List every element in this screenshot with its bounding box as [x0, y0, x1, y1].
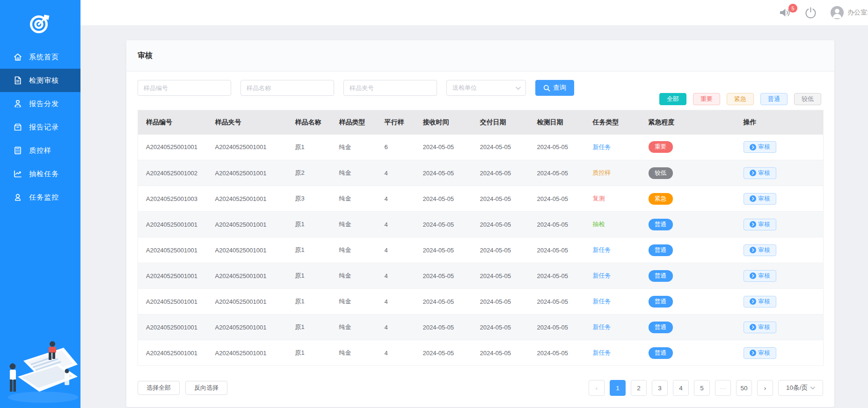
filter-chip-普通[interactable]: 普通 [760, 93, 788, 105]
review-button[interactable]: 审核 [744, 347, 776, 359]
review-button[interactable]: 审核 [744, 193, 776, 205]
cell-delivery-date: 2024-05-05 [472, 289, 529, 315]
calculator-icon [13, 146, 22, 155]
arrow-circle-icon [750, 324, 756, 330]
cell-urgency: 普通 [641, 289, 736, 315]
urgency-badge: 重要 [649, 141, 673, 153]
table-row[interactable]: A20240525001001A20240525001001原1纯金42024-… [138, 289, 824, 315]
pagination-page-1[interactable]: 1 [610, 380, 626, 396]
filter-chip-较低[interactable]: 较低 [794, 93, 821, 105]
cell-sample-no: A20240525001002 [138, 160, 207, 186]
home-icon [13, 52, 22, 62]
filter-chip-全部[interactable]: 全部 [659, 93, 686, 105]
task-type-label: 新任务 [593, 349, 611, 356]
chevron-down-icon [516, 86, 521, 90]
logout-power-button[interactable] [804, 7, 817, 19]
cell-sample-name: 原1 [287, 340, 331, 366]
review-button-label: 审核 [759, 221, 770, 229]
pagination-ellipsis[interactable]: ··· [715, 380, 731, 396]
cell-sample-name: 原1 [287, 289, 331, 315]
sample-no-input[interactable] [138, 80, 231, 96]
cell-sample-no: A20240525001001 [138, 340, 207, 366]
search-button[interactable]: 查询 [535, 80, 574, 96]
unit-select[interactable]: 送检单位 [446, 80, 526, 96]
invert-select-button[interactable]: 反向选择 [185, 381, 227, 395]
sidebar-item-系统首页[interactable]: 系统首页 [0, 45, 80, 69]
pagination-page-4[interactable]: 4 [673, 380, 689, 396]
cell-action: 审核 [736, 289, 824, 315]
cell-sample-no: A20240525001001 [138, 263, 207, 289]
folder-no-input[interactable] [343, 80, 437, 96]
pagination-page-3[interactable]: 3 [652, 380, 668, 396]
cell-sample-name: 原1 [287, 237, 331, 263]
cell-sample-no: A20240525001003 [138, 186, 207, 212]
table-row[interactable]: A20240525001001A20240525001001原1纯金42024-… [138, 212, 824, 237]
review-button[interactable]: 审核 [744, 219, 776, 230]
urgency-badge: 普通 [649, 270, 673, 282]
table-row[interactable]: A20240525001001A20240525001001原1纯金62024-… [138, 135, 824, 160]
topbar: 5 办公室:张 [80, 0, 868, 25]
notification-bell-button[interactable]: 5 [779, 7, 791, 18]
table-row[interactable]: A20240525001003A20240525001001原3纯金42024-… [138, 186, 824, 212]
page-size-select[interactable]: 10条/页 [778, 380, 823, 396]
cell-test-date: 2024-05-05 [529, 340, 585, 366]
pagination-page-2[interactable]: 2 [631, 380, 647, 396]
cell-sample-name: 原1 [287, 315, 331, 340]
sidebar-item-报告分发[interactable]: 报告分发 [0, 92, 80, 115]
person-icon [13, 99, 22, 108]
avatar-icon [830, 6, 844, 20]
chevron-down-icon [810, 387, 815, 390]
content-area: 审核 送检单位 查询 [80, 25, 868, 408]
table-footer: 选择全部 反向选择 ‹12345···50›10条/页 [138, 380, 823, 396]
review-button[interactable]: 审核 [744, 141, 776, 153]
column-header: 样品夹号 [207, 110, 287, 135]
cell-delivery-date: 2024-05-05 [472, 186, 529, 212]
cell-folder-no: A20240525001001 [207, 186, 287, 212]
pagination-page-50[interactable]: 50 [736, 380, 752, 396]
filter-chip-紧急[interactable]: 紧急 [727, 93, 754, 105]
page-size-label: 10条/页 [786, 384, 808, 392]
pagination-page-5[interactable]: 5 [694, 380, 710, 396]
pagination-prev[interactable]: ‹ [589, 380, 605, 396]
sidebar-item-抽检任务[interactable]: 抽检任务 [0, 162, 80, 186]
cell-test-date: 2024-05-05 [529, 315, 585, 340]
review-button[interactable]: 审核 [744, 296, 776, 308]
sidebar-item-任务监控[interactable]: 任务监控 [0, 186, 80, 209]
task-type-label: 复测 [593, 195, 605, 202]
review-button[interactable]: 审核 [744, 244, 776, 256]
user-menu[interactable]: 办公室:张 [830, 6, 868, 20]
cell-urgency: 普通 [641, 263, 736, 289]
sidebar-item-检测审核[interactable]: 检测审核 [0, 69, 80, 92]
cell-urgency: 普通 [641, 237, 736, 263]
table-header-row: 样品编号样品夹号样品名称样品类型平行样接收时间交付日期检测日期任务类型紧急程度操… [138, 110, 824, 135]
power-icon [804, 7, 817, 19]
cell-test-date: 2024-05-05 [529, 263, 585, 289]
table-row[interactable]: A20240525001001A20240525001001原1纯金42024-… [138, 237, 824, 263]
urgency-badge: 普通 [649, 322, 673, 333]
cell-delivery-date: 2024-05-05 [472, 263, 529, 289]
table-row[interactable]: A20240525001001A20240525001001原1纯金42024-… [138, 315, 824, 340]
sidebar-item-报告记录[interactable]: 报告记录 [0, 115, 80, 139]
cell-action: 审核 [736, 315, 824, 340]
review-button[interactable]: 审核 [744, 322, 776, 333]
cell-task-type: 新任务 [585, 237, 641, 263]
cell-action: 审核 [736, 237, 824, 263]
pagination-next[interactable]: › [757, 380, 773, 396]
card-header: 审核 [126, 40, 834, 72]
cell-receive-date: 2024-05-05 [415, 340, 472, 366]
sidebar-item-质控样[interactable]: 质控样 [0, 139, 80, 162]
review-button[interactable]: 审核 [744, 167, 776, 179]
sample-name-input[interactable] [241, 80, 334, 96]
table-row[interactable]: A20240525001002A20240525001001原2纯金42024-… [138, 160, 824, 186]
review-button[interactable]: 审核 [744, 270, 776, 282]
cell-delivery-date: 2024-05-05 [472, 237, 529, 263]
task-type-label: 新任务 [593, 323, 611, 330]
cell-urgency: 普通 [641, 340, 736, 366]
table-row[interactable]: A20240525001001A20240525001001原1纯金42024-… [138, 263, 824, 289]
app-logo [0, 0, 80, 45]
review-button-label: 审核 [759, 323, 770, 331]
filter-chip-重要[interactable]: 重要 [693, 93, 720, 105]
table-row[interactable]: A20240525001001A20240525001001原1纯金42024-… [138, 340, 824, 366]
select-all-button[interactable]: 选择全部 [138, 381, 180, 395]
cell-delivery-date: 2024-05-05 [472, 160, 529, 186]
